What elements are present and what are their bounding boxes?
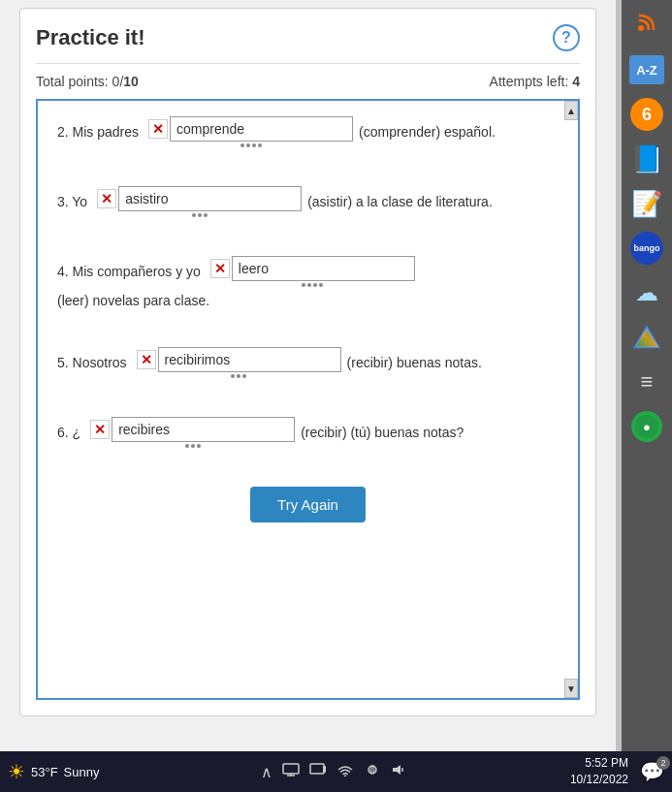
bango-icon: bango	[630, 232, 663, 265]
weather-label: Sunny	[64, 765, 100, 779]
circle-icon: ●	[631, 411, 662, 442]
dot	[197, 444, 201, 448]
exercise-6-input-wrapper: ✕	[90, 417, 295, 448]
exercise-4-hint: (leer) novelas para clase.	[57, 293, 209, 308]
exercise-2-input-wrapper: ✕	[148, 116, 353, 147]
taskbar-left: ☀ 53°F Sunny	[8, 760, 99, 783]
taskbar-monitor-icon[interactable]	[282, 763, 300, 780]
incorrect-icon-4: ✕	[210, 259, 230, 278]
svg-marker-2	[635, 328, 658, 347]
cloud-icon-button[interactable]: ☁	[625, 271, 668, 314]
right-sidebar: A-Z 6 📘 📝 bango ☁ ≡ ●	[622, 0, 672, 751]
dot	[319, 283, 323, 287]
book-icon-button[interactable]: 📘	[625, 138, 668, 180]
exercise-3-hint: (asistir) a la clase de literatura.	[307, 194, 493, 209]
exercise-4-input[interactable]	[232, 256, 415, 281]
total-points: Total points: 0/10	[36, 74, 139, 89]
svg-point-0	[638, 25, 644, 31]
orange-icon-button[interactable]: 6	[625, 93, 668, 136]
dot	[204, 213, 208, 217]
taskbar-up-icon[interactable]: ∧	[261, 763, 272, 781]
rss-icon-button[interactable]	[625, 4, 668, 47]
incorrect-icon-5: ✕	[137, 350, 156, 369]
list-icon-button[interactable]: ≡	[625, 361, 668, 403]
az-icon-button[interactable]: A-Z	[625, 48, 668, 91]
practice-meta: Total points: 0/10 Attempts left: 4	[36, 64, 580, 99]
exercise-2-hint: (comprender) español.	[359, 124, 496, 140]
dot	[302, 283, 305, 287]
taskbar-right-section: 5:52 PM 10/12/2022 💬 2	[570, 755, 664, 788]
svg-marker-14	[393, 765, 400, 775]
taskbar-chat-icon[interactable]: 💬 2	[640, 760, 664, 783]
dot	[185, 444, 189, 448]
rss-icon	[636, 12, 657, 39]
az-icon: A-Z	[629, 55, 664, 84]
chat-badge: 2	[656, 756, 670, 770]
exercise-3-input[interactable]	[118, 186, 302, 211]
dot	[246, 143, 250, 147]
taskbar-datetime: 5:52 PM 10/12/2022	[570, 755, 628, 788]
weather-section: ☀ 53°F Sunny	[8, 760, 99, 783]
exercise-item-6: 6. ¿ ✕ (recibir) (tú) buenas notas?	[57, 417, 559, 448]
dot	[258, 143, 262, 147]
dot	[242, 374, 246, 378]
notes-icon: 📝	[631, 189, 662, 219]
exercise-area: 2. Mis padres ✕ (comprender	[36, 99, 580, 700]
scroll-arrow-bottom[interactable]: ▼	[564, 679, 578, 698]
exercise-5-hint: (recibir) buenas notas.	[347, 355, 482, 370]
dot	[237, 374, 240, 378]
taskbar-display-icon[interactable]	[309, 763, 327, 780]
incorrect-icon-2: ✕	[148, 119, 168, 139]
dot	[192, 213, 196, 217]
exercise-5-input-wrapper: ✕	[137, 347, 341, 378]
exercise-4-input-wrapper: ✕	[210, 256, 415, 287]
scroll-arrow-top[interactable]: ▲	[564, 101, 578, 120]
dot	[240, 143, 244, 147]
exercise-5-prefix: 5. Nosotros	[57, 355, 127, 370]
circle-icon-button[interactable]: ●	[625, 405, 668, 448]
drive-icon-button[interactable]	[625, 316, 668, 359]
taskbar-network-icon[interactable]	[364, 763, 381, 780]
help-icon[interactable]: ?	[553, 24, 580, 51]
sun-icon: ☀	[8, 760, 25, 783]
svg-text:●: ●	[643, 420, 651, 434]
taskbar-wifi-icon[interactable]	[336, 763, 354, 780]
dot	[307, 283, 311, 287]
orange-number-icon: 6	[630, 98, 663, 131]
dot	[191, 444, 195, 448]
main-window: Practice it! ? Total points: 0/10 Attemp…	[0, 0, 616, 751]
dot	[231, 374, 235, 378]
exercise-6-input[interactable]	[112, 417, 295, 442]
list-icon: ≡	[641, 369, 654, 395]
incorrect-icon-6: ✕	[90, 420, 110, 439]
taskbar: ☀ 53°F Sunny ∧ 5:52 PM 10/12/2022 💬 2	[0, 751, 672, 792]
taskbar-volume-icon[interactable]	[391, 763, 408, 780]
exercise-2-input[interactable]	[170, 116, 353, 142]
svg-point-10	[344, 776, 346, 777]
taskbar-icons: ∧	[261, 763, 408, 781]
svg-rect-8	[310, 764, 324, 774]
taskbar-time: 5:52 PM	[585, 755, 628, 772]
taskbar-date: 10/12/2022	[570, 772, 628, 788]
dot	[198, 213, 202, 217]
svg-rect-5	[283, 764, 299, 774]
exercise-scroll[interactable]: 2. Mis padres ✕ (comprender	[38, 101, 578, 698]
exercise-item-5: 5. Nosotros ✕ (recibir) buenas notas.	[57, 347, 559, 378]
svg-rect-9	[323, 766, 326, 773]
dot	[313, 283, 317, 287]
exercise-6-prefix: 6. ¿	[57, 425, 80, 440]
exercise-item-3: 3. Yo ✕ (asistir) a la clase de literatu…	[57, 186, 559, 217]
incorrect-icon-3: ✕	[97, 189, 116, 208]
book-icon: 📘	[630, 143, 664, 175]
practice-header: Practice it! ?	[36, 24, 580, 64]
exercise-item-4: 4. Mis compañeros y yo ✕ (l	[57, 256, 559, 308]
practice-panel: Practice it! ? Total points: 0/10 Attemp…	[19, 8, 596, 716]
cloud-icon: ☁	[635, 279, 658, 306]
exercise-6-hint: (recibir) (tú) buenas notas?	[301, 425, 464, 440]
exercise-item-2: 2. Mis padres ✕ (comprender	[57, 116, 559, 147]
notes-icon-button[interactable]: 📝	[625, 182, 668, 225]
temperature: 53°F	[31, 765, 58, 779]
exercise-5-input[interactable]	[158, 347, 341, 372]
try-again-button[interactable]: Try Again	[250, 487, 366, 523]
bango-icon-button[interactable]: bango	[625, 227, 668, 269]
